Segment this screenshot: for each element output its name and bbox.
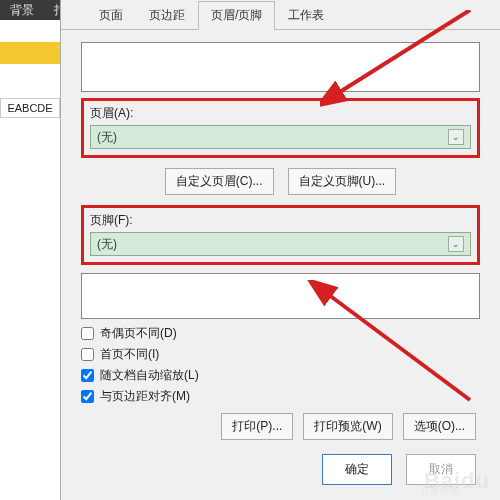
checkbox-icon[interactable] (81, 348, 94, 361)
checkbox-icon[interactable] (81, 390, 94, 403)
check-label: 奇偶页不同(D) (100, 325, 177, 342)
check-scale-doc[interactable]: 随文档自动缩放(L) (81, 367, 480, 384)
print-preview-button[interactable]: 打印预览(W) (303, 413, 392, 440)
sheet-cell[interactable]: EABCDE (0, 98, 60, 118)
options-button[interactable]: 选项(O)... (403, 413, 476, 440)
custom-header-button[interactable]: 自定义页眉(C)... (165, 168, 274, 195)
tab-margins[interactable]: 页边距 (136, 1, 198, 30)
checkbox-icon[interactable] (81, 327, 94, 340)
check-odd-even[interactable]: 奇偶页不同(D) (81, 325, 480, 342)
footer-group-highlight: 页脚(F): (无) ⌄ (81, 205, 480, 265)
tab-page[interactable]: 页面 (86, 1, 136, 30)
custom-footer-button[interactable]: 自定义页脚(U)... (288, 168, 397, 195)
check-label: 随文档自动缩放(L) (100, 367, 199, 384)
check-align-margins[interactable]: 与页边距对齐(M) (81, 388, 480, 405)
header-combo[interactable]: (无) ⌄ (90, 125, 471, 149)
checkbox-icon[interactable] (81, 369, 94, 382)
topbar-bg[interactable]: 背景 (10, 2, 34, 19)
header-group-highlight: 页眉(A): (无) ⌄ (81, 98, 480, 158)
chevron-down-icon: ⌄ (448, 236, 464, 252)
check-label: 首页不同(I) (100, 346, 159, 363)
header-combo-value: (无) (97, 129, 448, 146)
footer-combo-value: (无) (97, 236, 448, 253)
footer-label: 页脚(F): (90, 212, 471, 229)
header-preview (81, 42, 480, 92)
checkbox-group: 奇偶页不同(D) 首页不同(I) 随文档自动缩放(L) 与页边距对齐(M) (81, 325, 480, 405)
footer-preview (81, 273, 480, 319)
tab-worksheet[interactable]: 工作表 (275, 1, 337, 30)
custom-buttons-row: 自定义页眉(C)... 自定义页脚(U)... (81, 168, 480, 195)
page-setup-dialog: 页面 页边距 页眉/页脚 工作表 页眉(A): (无) ⌄ 自定义页眉(C)..… (60, 0, 500, 500)
check-first-page[interactable]: 首页不同(I) (81, 346, 480, 363)
dialog-content: 页眉(A): (无) ⌄ 自定义页眉(C)... 自定义页脚(U)... 页脚(… (61, 30, 500, 493)
dialog-tabs: 页面 页边距 页眉/页脚 工作表 (61, 0, 500, 30)
print-button[interactable]: 打印(P)... (221, 413, 293, 440)
check-label: 与页边距对齐(M) (100, 388, 190, 405)
print-buttons-row: 打印(P)... 打印预览(W) 选项(O)... (81, 413, 480, 440)
header-label: 页眉(A): (90, 105, 471, 122)
chevron-down-icon: ⌄ (448, 129, 464, 145)
dialog-buttons: 确定 取消 (81, 454, 480, 485)
footer-combo[interactable]: (无) ⌄ (90, 232, 471, 256)
formula-bar-highlight (0, 42, 60, 64)
tab-header-footer[interactable]: 页眉/页脚 (198, 1, 275, 30)
ok-button[interactable]: 确定 (322, 454, 392, 485)
watermark-text: 百度经验 (420, 484, 460, 498)
